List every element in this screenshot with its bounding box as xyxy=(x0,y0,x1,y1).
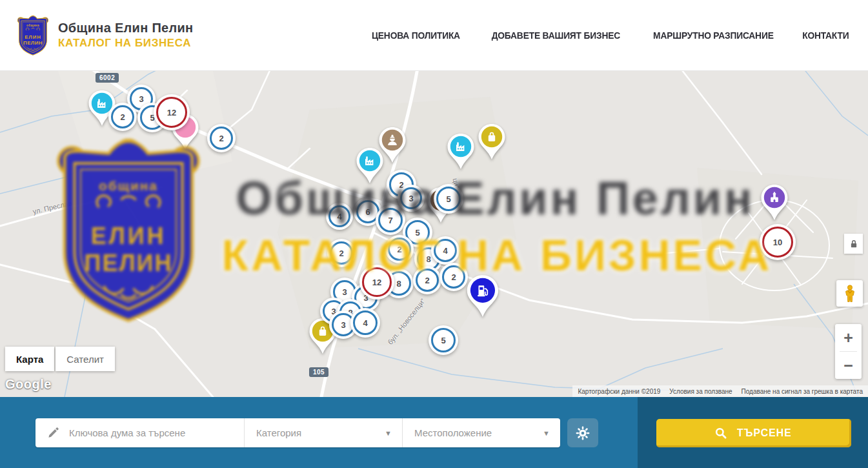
cluster-marker[interactable]: 2 xyxy=(327,239,356,267)
chevron-down-icon: ▼ xyxy=(543,429,550,437)
pin-marker-fuel[interactable] xyxy=(466,274,500,318)
pegman-button[interactable] xyxy=(836,280,863,307)
site-subtitle: КАТАЛОГ НА БИЗНЕСА xyxy=(58,37,194,50)
zoom-control: + − xyxy=(835,324,862,379)
keyword-field-wrap xyxy=(35,418,244,447)
cluster-marker[interactable]: 4 xyxy=(431,236,459,265)
cluster-marker[interactable]: 2 xyxy=(439,263,468,291)
nav-price-policy[interactable]: ЦЕНОВА ПОЛИТИКА xyxy=(372,30,460,41)
cluster-marker[interactable]: 7 xyxy=(376,205,405,235)
search-icon xyxy=(714,427,727,440)
pin-marker-bag[interactable] xyxy=(478,123,506,161)
attribution-copyright: Картографски данни ©2019 xyxy=(578,388,660,395)
cluster-marker[interactable]: 2 xyxy=(413,266,441,294)
site-header: община ЕЛИН ПЕЛИН Община Елин Пелин КАТА… xyxy=(0,0,868,71)
nav-contacts[interactable]: КОНТАКТИ xyxy=(803,30,849,41)
site-logo[interactable]: община ЕЛИН ПЕЛИН Община Елин Пелин КАТА… xyxy=(17,15,194,56)
search-box: Категория ▼ Местоположение ▼ xyxy=(35,418,560,447)
lock-icon xyxy=(848,238,860,250)
crest-line2: ПЕЛИН xyxy=(23,39,43,45)
cluster-marker[interactable]: 3 xyxy=(398,185,425,212)
lock-button[interactable] xyxy=(844,234,863,254)
crest-word-top: община xyxy=(26,23,39,27)
map-type-toggle: Карта Сателит xyxy=(5,347,115,371)
chevron-down-icon: ▼ xyxy=(385,429,392,437)
location-select[interactable]: Местоположение ▼ xyxy=(403,418,560,447)
cluster-marker[interactable]: 10 xyxy=(760,224,796,260)
search-submit-label: ТЪРСЕНЕ xyxy=(737,427,792,440)
cluster-marker[interactable]: 2 xyxy=(385,235,414,263)
cluster-marker[interactable]: 5 xyxy=(429,325,458,355)
municipality-crest-icon: община ЕЛИН ПЕЛИН xyxy=(17,15,49,56)
nav-route-schedule[interactable]: МАРШРУТНО РАЗПИСАНИЕ xyxy=(653,30,774,41)
road-number-label: 6002 xyxy=(96,73,119,83)
zoom-out-button[interactable]: − xyxy=(835,352,862,379)
category-select-value: Категория xyxy=(256,427,301,438)
cluster-marker[interactable]: 4 xyxy=(350,308,380,338)
attribution-terms-link[interactable]: Условия за ползване xyxy=(669,388,732,395)
gear-icon xyxy=(575,425,590,441)
location-select-value: Местоположение xyxy=(414,427,492,438)
cluster-marker[interactable]: 12 xyxy=(359,265,394,300)
search-submit-panel: ТЪРСЕНЕ xyxy=(638,397,868,468)
nav-add-business[interactable]: ДОБАВЕТЕ ВАШИЯТ БИЗНЕС xyxy=(492,30,620,41)
attribution-report-link[interactable]: Подаване на сигнал за грешка в картата xyxy=(742,388,863,395)
cluster-marker[interactable]: 2 xyxy=(207,124,236,152)
main-nav: ЦЕНОВА ПОЛИТИКА ДОБАВЕТЕ ВАШИЯТ БИЗНЕС М… xyxy=(368,30,851,41)
map-type-satellite-button[interactable]: Сателит xyxy=(56,347,115,371)
cluster-marker[interactable]: 12 xyxy=(154,94,190,130)
cluster-marker[interactable]: 4 xyxy=(326,203,353,230)
category-select[interactable]: Категория ▼ xyxy=(245,418,402,447)
cluster-marker[interactable]: 2 xyxy=(108,103,137,131)
google-logo[interactable]: Google xyxy=(5,377,52,392)
map-canvas[interactable]: 32512225367542284128223338345106002105ул… xyxy=(0,71,868,397)
zoom-in-button[interactable]: + xyxy=(835,324,862,351)
pin-marker-church[interactable] xyxy=(760,184,789,221)
crest-line1: ЕЛИН xyxy=(25,34,41,39)
road-number-label: 105 xyxy=(309,367,328,377)
pin-marker-factory[interactable] xyxy=(356,147,384,185)
pencil-icon xyxy=(47,427,59,439)
pin-marker-factory[interactable] xyxy=(447,133,475,170)
map-attribution: Картографски данни ©2019 Условия за полз… xyxy=(572,385,868,397)
cluster-marker[interactable]: 5 xyxy=(434,184,463,214)
site-title: Община Елин Пелин xyxy=(58,21,194,36)
keyword-search-input[interactable] xyxy=(68,427,244,439)
advanced-settings-button[interactable] xyxy=(567,418,598,447)
map-type-map-button[interactable]: Карта xyxy=(5,347,54,371)
search-submit-button[interactable]: ТЪРСЕНЕ xyxy=(656,419,851,447)
pegman-icon xyxy=(843,285,857,303)
search-bar: Категория ▼ Местоположение ▼ xyxy=(0,397,868,468)
